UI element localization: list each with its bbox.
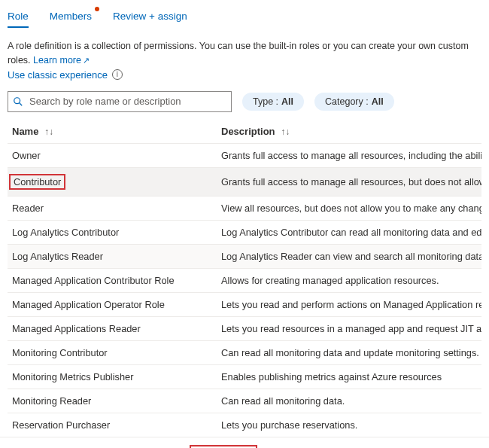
category-filter-value: All bbox=[372, 96, 384, 107]
role-name: Reader bbox=[12, 203, 44, 214]
role-desc: Lets you read resources in a managed app… bbox=[221, 323, 481, 334]
role-name: Monitoring Metrics Publisher bbox=[12, 371, 133, 382]
filters-row: Type : All Category : All bbox=[8, 91, 481, 112]
type-filter-value: All bbox=[281, 96, 293, 107]
intro-text: A role definition is a collection of per… bbox=[8, 39, 481, 68]
table-row[interactable]: Managed Applications Reader Lets you rea… bbox=[8, 316, 481, 340]
type-filter-pill[interactable]: Type : All bbox=[242, 93, 304, 111]
role-desc: Grants full access to manage all resourc… bbox=[221, 176, 481, 187]
table-row[interactable]: Monitoring Contributor Can read all moni… bbox=[8, 340, 481, 364]
column-desc-label: Description bbox=[221, 126, 275, 137]
tab-review-assign[interactable]: Review + assign bbox=[113, 8, 187, 28]
role-desc: Lets you read and perform actions on Man… bbox=[221, 299, 481, 310]
table-row[interactable]: Reservation Purchaser Lets you purchase … bbox=[8, 413, 481, 437]
column-header-description[interactable]: Description ↑↓ bbox=[217, 120, 481, 144]
svg-point-0 bbox=[14, 97, 20, 103]
search-input[interactable] bbox=[28, 95, 226, 108]
sort-icon: ↑↓ bbox=[281, 126, 290, 137]
table-row[interactable]: Log Analytics Contributor Log Analytics … bbox=[8, 220, 481, 244]
role-name: Reservation Purchaser bbox=[12, 419, 110, 431]
column-name-label: Name bbox=[12, 126, 38, 137]
classic-experience-link[interactable]: Use classic experience bbox=[8, 69, 108, 81]
role-desc: Allows for creating managed application … bbox=[221, 275, 439, 286]
svg-line-1 bbox=[20, 102, 23, 105]
role-desc: Can read all monitoring data. bbox=[221, 395, 345, 407]
role-desc: Can read all monitoring data and update … bbox=[221, 347, 479, 358]
role-name: Monitoring Reader bbox=[12, 395, 91, 407]
role-name: Contributor bbox=[14, 176, 61, 187]
table-row[interactable]: Monitoring Metrics Publisher Enables pub… bbox=[8, 364, 481, 389]
table-row[interactable]: Monitoring Reader Can read all monitorin… bbox=[8, 389, 481, 413]
table-row[interactable]: Log Analytics Reader Log Analytics Reade… bbox=[8, 244, 481, 268]
search-icon bbox=[13, 96, 23, 107]
column-header-name[interactable]: Name ↑↓ bbox=[8, 120, 217, 144]
type-filter-label: Type : bbox=[253, 96, 278, 107]
sort-icon: ↑↓ bbox=[44, 126, 53, 137]
role-desc: Log Analytics Contributor can read all m… bbox=[221, 227, 481, 238]
table-row[interactable]: Managed Application Contributor Role All… bbox=[8, 268, 481, 292]
role-desc: View all resources, but does not allow y… bbox=[221, 203, 481, 214]
role-desc: Grants full access to manage all resourc… bbox=[221, 150, 481, 161]
learn-more-link[interactable]: Learn more↗ bbox=[33, 55, 90, 66]
role-name: Owner bbox=[12, 150, 41, 161]
role-name: Managed Application Operator Role bbox=[12, 299, 165, 310]
role-desc: Lets you purchase reservations. bbox=[221, 419, 357, 431]
category-filter-pill[interactable]: Category : All bbox=[314, 93, 394, 111]
roles-table: Name ↑↓ Description ↑↓ Owner Grants full… bbox=[8, 120, 481, 437]
tab-members[interactable]: Members bbox=[50, 8, 92, 28]
role-name: Monitoring Contributor bbox=[12, 347, 108, 358]
footer-bar: Review + assign Previous Next bbox=[0, 437, 489, 449]
learn-more-label: Learn more bbox=[33, 55, 81, 66]
external-link-icon: ↗ bbox=[83, 56, 90, 65]
search-box[interactable] bbox=[8, 91, 232, 112]
tabs-row: Role Members Review + assign bbox=[8, 8, 481, 29]
role-desc: Enables publishing metrics against Azure… bbox=[221, 371, 442, 382]
role-name: Managed Applications Reader bbox=[12, 323, 141, 334]
role-desc: Log Analytics Reader can view and search… bbox=[221, 251, 481, 262]
role-name: Log Analytics Reader bbox=[12, 251, 103, 262]
role-name: Managed Application Contributor Role bbox=[12, 275, 175, 286]
table-row[interactable]: Contributor Grants full access to manage… bbox=[8, 167, 481, 196]
table-row[interactable]: Reader View all resources, but does not … bbox=[8, 196, 481, 220]
table-row[interactable]: Owner Grants full access to manage all r… bbox=[8, 143, 481, 167]
role-name: Log Analytics Contributor bbox=[12, 227, 119, 238]
highlight-box: Next bbox=[190, 445, 257, 449]
tab-members-label: Members bbox=[50, 11, 92, 22]
category-filter-label: Category : bbox=[325, 96, 369, 107]
attention-dot-icon bbox=[95, 7, 99, 11]
tab-role[interactable]: Role bbox=[8, 8, 29, 28]
highlight-box: Contributor bbox=[9, 174, 65, 190]
table-row[interactable]: Managed Application Operator Role Lets y… bbox=[8, 292, 481, 316]
info-icon[interactable]: i bbox=[112, 69, 123, 80]
